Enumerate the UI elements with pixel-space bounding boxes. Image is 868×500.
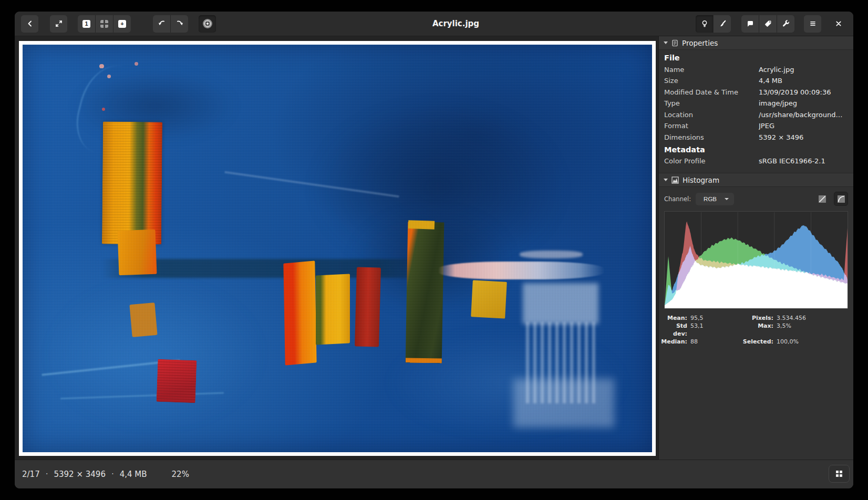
- wrench-icon: [782, 19, 790, 28]
- property-row: FormatJPEG: [659, 121, 853, 132]
- property-value: Acrylic.jpg: [759, 66, 848, 75]
- paintbrush-icon: [718, 19, 727, 28]
- paint-pink-smear: [438, 262, 605, 279]
- histogram-icon: [671, 176, 679, 184]
- status-separator: ·: [46, 470, 48, 479]
- edit-button[interactable]: [714, 15, 731, 33]
- properties-icon: [671, 39, 678, 47]
- thumbnails-grid-button[interactable]: [829, 465, 850, 483]
- paint-red-fleck: [102, 108, 105, 111]
- zoom-button-group: 1 +: [78, 15, 131, 33]
- histogram-channel-row: Channel: RGB: [659, 187, 853, 210]
- property-row: Size4,4 MB: [659, 76, 853, 87]
- stat-value: 88: [687, 338, 719, 346]
- app-window: 1 + Acrylic.jpg: [15, 12, 853, 488]
- menu-button[interactable]: [804, 15, 821, 33]
- properties-list: FileNameAcrylic.jpgSize4,4 MBModified Da…: [659, 50, 853, 170]
- stat-value: 3,5%: [773, 322, 853, 338]
- comment-button[interactable]: [741, 15, 759, 33]
- stat-label: Median:: [661, 338, 687, 346]
- rotate-left-icon: [158, 19, 166, 28]
- paint-light-patch: [48, 281, 262, 428]
- rotate-left-button[interactable]: [153, 15, 170, 33]
- zoom-original-button[interactable]: 1: [78, 15, 95, 33]
- zoom-fit-button[interactable]: [96, 15, 113, 33]
- paint-orange-blob: [118, 230, 157, 276]
- titlebar[interactable]: 1 + Acrylic.jpg: [15, 12, 853, 36]
- histogram-stats: Mean:95,5Pixels:3.534.456Std dev:53,1Max…: [659, 309, 853, 346]
- tags-button[interactable]: [759, 15, 777, 33]
- stat-value: 3.534.456: [773, 314, 853, 322]
- rotate-button-group: [153, 15, 188, 33]
- stat-label: Mean:: [661, 314, 687, 322]
- property-label: Dimensions: [664, 133, 759, 142]
- stat-label: Max:: [719, 322, 773, 338]
- stat-value: 95,5: [687, 314, 719, 322]
- properties-header[interactable]: Properties: [659, 36, 853, 50]
- property-row: Location/usr/share/background…: [659, 109, 853, 121]
- disclosure-triangle-icon: [664, 179, 668, 181]
- property-label: Modified Date & Time: [664, 88, 759, 97]
- channel-label: Channel:: [664, 195, 691, 203]
- paint-red-stroke: [355, 267, 380, 347]
- zoom-in-button[interactable]: +: [113, 15, 131, 33]
- status-text: 2/17 · 5392 × 3496 · 4,4 MB 22%: [20, 470, 189, 479]
- toolbar-left: 1 +: [21, 15, 216, 33]
- image-frame: [19, 41, 656, 456]
- property-label: Format: [664, 122, 759, 131]
- window-title: Acrylic.jpg: [216, 19, 696, 28]
- status-position: 2/17: [22, 470, 40, 479]
- stat-label: Selected:: [719, 338, 773, 346]
- property-label: Name: [664, 66, 759, 75]
- paint-amber-stroke: [316, 274, 350, 345]
- logarithmic-histogram-button[interactable]: [834, 192, 848, 206]
- property-row: Modified Date & Time13/09/2019 00:09:36: [659, 87, 853, 98]
- fullscreen-icon: [55, 19, 63, 28]
- sidebar: Properties FileNameAcrylic.jpgSize4,4 MB…: [658, 36, 853, 460]
- close-button[interactable]: [830, 15, 847, 33]
- image-canvas[interactable]: [23, 45, 652, 452]
- paint-yellow-tick: [408, 220, 435, 229]
- properties-title: Properties: [682, 39, 718, 47]
- status-zoom-level: 22%: [172, 470, 189, 479]
- property-value: JPEG: [759, 122, 848, 131]
- properties-section-label: Metadata: [659, 143, 853, 156]
- paint-red-patch: [157, 359, 197, 403]
- histogram-header[interactable]: Histogram: [659, 173, 853, 187]
- disclosure-triangle-icon: [664, 41, 668, 44]
- property-row: NameAcrylic.jpg: [659, 64, 853, 76]
- view-edit-button-group: [696, 15, 731, 33]
- stat-value: 100,0%: [773, 338, 853, 346]
- property-label: Type: [664, 99, 759, 108]
- paint-olive-stroke: [405, 222, 444, 364]
- property-value: 13/09/2019 00:09:36: [759, 88, 848, 97]
- rotate-right-icon: [175, 19, 184, 28]
- fullscreen-button[interactable]: [50, 15, 67, 33]
- property-row: Typeimage/jpeg: [659, 98, 853, 110]
- tools-button[interactable]: [777, 15, 794, 33]
- paint-white-streaks: [523, 283, 598, 324]
- linear-histogram-icon: [819, 195, 826, 203]
- effects-disc-icon: [203, 19, 212, 28]
- channel-dropdown[interactable]: RGB: [696, 193, 734, 205]
- zoom-original-icon: 1: [82, 20, 90, 28]
- lightbulb-icon: [700, 19, 709, 28]
- paint-orange-stroke: [284, 261, 317, 365]
- close-icon: [834, 19, 843, 28]
- property-label: Size: [664, 77, 759, 86]
- property-label: Color Profile: [664, 157, 759, 166]
- paint-white-streaks: [513, 379, 614, 428]
- back-button[interactable]: [21, 15, 38, 33]
- linear-histogram-button[interactable]: [815, 192, 829, 206]
- rotate-right-button[interactable]: [171, 15, 188, 33]
- effects-button[interactable]: [199, 15, 216, 33]
- properties-toggle-button[interactable]: [696, 15, 713, 33]
- property-row: Dimensions5392 × 3496: [659, 132, 853, 143]
- paint-orange-blob: [129, 303, 157, 337]
- property-value: sRGB IEC61966-2.1: [759, 157, 848, 166]
- annotate-button-group: [741, 15, 794, 33]
- property-value: 4,4 MB: [759, 77, 848, 86]
- main-content: Properties FileNameAcrylic.jpgSize4,4 MB…: [15, 36, 853, 460]
- property-row: Color ProfilesRGB IEC61966-2.1: [659, 156, 853, 168]
- status-dimensions: 5392 × 3496: [54, 470, 105, 479]
